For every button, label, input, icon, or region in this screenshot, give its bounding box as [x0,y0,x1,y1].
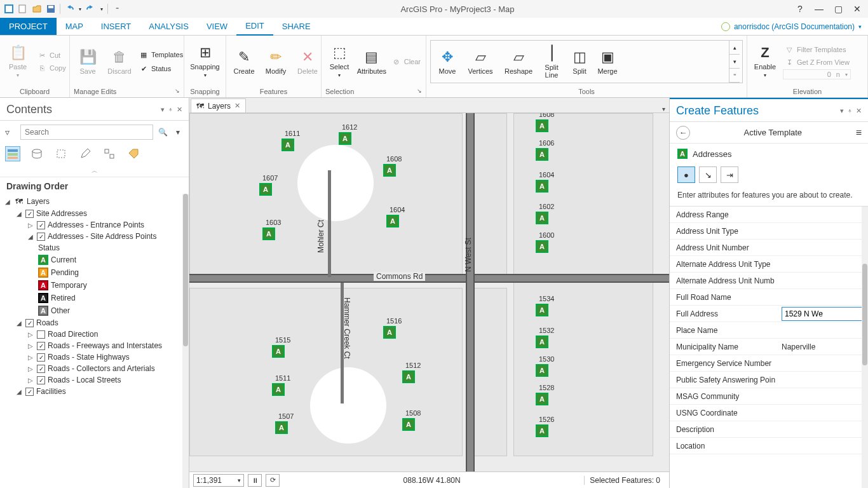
paste-button[interactable]: 📋 Paste▾ [4,43,32,81]
tools-gallery-scroll[interactable]: ▴▾⁼ [729,41,740,83]
z-value-input[interactable]: 0n▾ [783,69,851,79]
status-refresh-icon[interactable]: ⟳ [266,474,280,487]
contents-tab-snapping[interactable] [102,146,117,161]
contents-scrollbar[interactable] [182,194,189,488]
get-z-button[interactable]: ↧Get Z From View [783,57,851,68]
save-edits-button[interactable]: 💾Save [74,47,102,76]
split-line-tool[interactable]: ⎮Split Line [538,43,566,80]
address-point[interactable]: A [402,418,415,431]
attribute-row[interactable]: Full Address [670,306,868,322]
legend-retired[interactable]: ARetired [4,292,189,304]
attribute-row[interactable]: Municipality NameNaperville [670,339,868,355]
contents-tab-label[interactable] [126,146,141,161]
contents-tab-selection[interactable] [53,146,69,161]
map-tab-close-icon[interactable]: ✕ [234,102,240,110]
address-point[interactable]: A [402,370,415,383]
address-point[interactable]: A [281,139,294,151]
map-tab-dropdown-icon[interactable]: ▾ [658,105,669,112]
filter-templates-button[interactable]: ▽Filter Templates [783,44,851,55]
layer-roads-freeways[interactable]: ▷✓Roads - Freeways and Interstates [4,340,189,351]
layer-roads-state[interactable]: ▷✓Roads - State Highways [4,351,189,363]
contents-pin-icon[interactable]: ⍏ [168,105,173,114]
delete-button[interactable]: ✕Delete [294,47,322,76]
move-tool[interactable]: ✥Move [433,47,461,76]
attribute-row[interactable]: Address Unit Number [670,240,868,256]
contents-search-input[interactable] [20,125,153,140]
attributes-button[interactable]: ▤Attributes [357,47,386,76]
attribute-row[interactable]: MSAG Community [670,388,868,405]
qat-more-icon[interactable]: ⁼ [111,3,123,15]
cf-pin-icon[interactable]: ⍏ [848,107,852,115]
tab-analysis[interactable]: ANALYSIS [140,18,198,35]
contents-collapse-icon[interactable]: ︿ [0,165,189,177]
snapping-button[interactable]: ⊞Snapping▾ [188,43,222,81]
contents-tab-source[interactable] [29,146,44,161]
address-point[interactable]: A [536,240,548,253]
address-point[interactable]: A [259,183,272,196]
legend-other[interactable]: AOther [4,304,189,317]
enable-z-button[interactable]: ZEnable▾ [751,43,779,81]
reshape-tool[interactable]: ▱Reshape [499,47,538,76]
cf-tool-end[interactable]: ↘ [699,166,717,183]
tab-map[interactable]: MAP [57,18,92,35]
manage-launcher-icon[interactable]: ↘ [175,88,180,95]
layer-road-direction[interactable]: ▷Road Direction [4,329,189,340]
attribute-value[interactable]: Naperville [778,342,868,351]
user-area[interactable]: anorrisdoc (ArcGIS Documentation) ▾ [721,22,868,31]
layer-group-layers[interactable]: ◢🗺Layers [4,195,189,208]
maximize-button[interactable]: ▢ [830,3,846,15]
attribute-row[interactable]: Alternate Address Unit Numb [670,273,868,289]
copy-button[interactable]: ⎘Copy [36,62,67,74]
attribute-row[interactable]: Full Road Name [670,289,868,306]
tab-view[interactable]: VIEW [198,18,236,35]
layer-roads-collectors[interactable]: ▷✓Roads - Collectors and Arterials [4,363,189,374]
cf-dropdown-icon[interactable]: ▾ [840,107,844,115]
address-point[interactable]: A [383,164,396,177]
address-point[interactable]: A [386,215,399,227]
cf-tool-along[interactable]: ⇥ [721,166,738,183]
undo-icon[interactable] [63,3,76,15]
address-point[interactable]: A [536,304,548,316]
redo-icon[interactable] [85,3,97,15]
tab-edit[interactable]: EDIT [236,17,273,36]
cf-tool-point[interactable]: ● [677,166,695,183]
close-button[interactable]: ✕ [849,3,865,15]
search-go-icon[interactable]: 🔍 [157,128,168,137]
cut-button[interactable]: ✂Cut [36,50,67,61]
selection-launcher-icon[interactable]: ↘ [417,88,422,95]
layer-roads[interactable]: ◢✓Roads [4,317,189,329]
cf-close-icon[interactable]: ✕ [856,107,862,115]
clear-button[interactable]: ⊘Clear [390,56,422,67]
save-icon[interactable] [44,3,57,15]
attribute-row[interactable]: Address Range [670,207,868,223]
address-point[interactable]: A [272,345,285,358]
map-tab-layers[interactable]: 🗺 Layers ✕ [191,98,246,112]
split-tool[interactable]: ◫Split [566,47,593,76]
undo-dropdown-icon[interactable]: ▾ [77,3,83,15]
address-point[interactable]: A [275,421,288,434]
address-point[interactable]: A [536,424,548,437]
merge-tool[interactable]: ▣Merge [593,47,621,76]
layer-site-addresses[interactable]: ◢✓Site Addresses [4,208,189,219]
attribute-row[interactable]: Description [670,421,868,438]
contents-tab-edit[interactable] [78,146,93,161]
open-icon[interactable] [31,3,43,15]
address-point[interactable]: A [536,148,548,161]
address-point[interactable]: A [339,132,351,145]
address-point[interactable]: A [536,212,548,224]
contents-close-icon[interactable]: ✕ [177,105,182,114]
modify-button[interactable]: ✏Modify [262,47,290,76]
new-icon[interactable] [17,3,29,15]
address-point[interactable]: A [536,119,548,132]
legend-pending[interactable]: APending [4,266,189,279]
attribute-row[interactable]: Location [670,438,868,454]
redo-dropdown-icon[interactable]: ▾ [98,3,105,15]
select-button[interactable]: ⬚Select▾ [325,43,353,81]
attribute-row[interactable]: Alternate Address Unit Type [670,256,868,273]
address-point[interactable]: A [262,227,275,240]
attribute-row[interactable]: Place Name [670,322,868,339]
attribute-row[interactable]: Public Safety Answering Poin [670,372,868,388]
filter-icon[interactable]: ▿ [5,127,17,137]
address-point[interactable]: A [272,383,285,396]
status-button[interactable]: ✔Status [137,63,184,74]
